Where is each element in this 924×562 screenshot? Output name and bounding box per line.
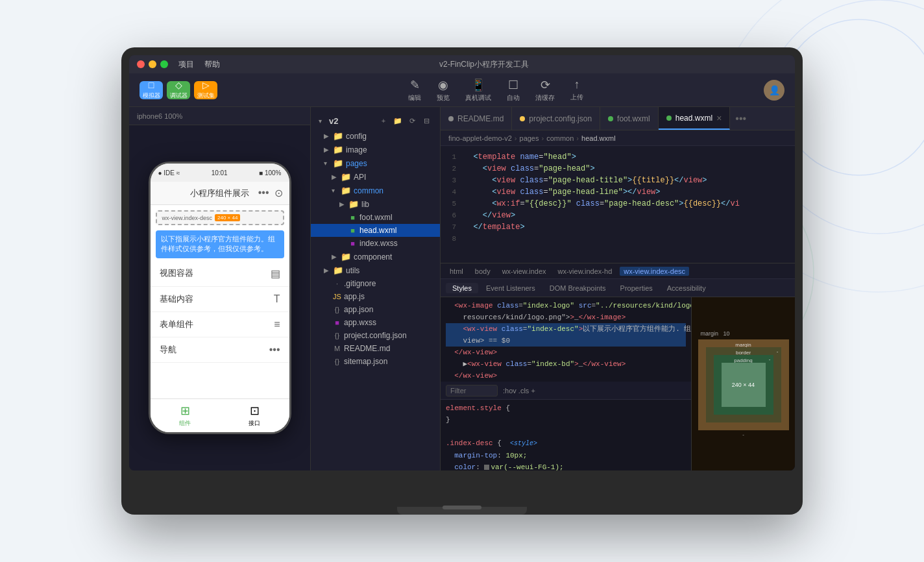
line-num-8: 8 [441,233,464,245]
elem-tab-wx-view-index-hd[interactable]: wx-view.index-hd [554,267,616,276]
tree-item-app-json[interactable]: ▶ {} app.json [311,303,440,316]
css-rule-element: element.style { [446,402,686,414]
tree-item-api[interactable]: ▶ 📁 API [311,170,440,184]
refresh-tree-icon[interactable]: ⟳ [406,115,418,127]
css-filter-bar: :hov .cls + [441,382,691,400]
devtools-tab-accessibility[interactable]: Accessibility [661,283,712,293]
tree-item-gitignore[interactable]: ▶ · .gitignore [311,277,440,290]
tab-dot-project-config [520,116,525,121]
toolbar-center: ✎ 编辑 ◉ 预览 📱 真机调试 ☐ 自动 ⟳ 清缓存 [233,78,759,103]
elem-tab-wx-view-index-desc[interactable]: wx-view.index-desc [620,267,689,276]
tree-root-arrow: ▾ [319,117,325,125]
elem-tab-wx-view-index[interactable]: wx-view.index [498,267,550,276]
css-rule-index-desc: .index-desc { <style> [446,437,686,450]
menu-item-help[interactable]: 帮助 [204,59,220,70]
tree-item-common[interactable]: ▾ 📁 common [311,184,440,197]
clear-cache-label: 清缓存 [535,93,555,103]
tree-label-head-wxml: head.wxml [359,226,396,235]
bottom-panel: html body wx-view.index wx-view.index-hd… [441,263,795,470]
clear-cache-icon: ⟳ [541,78,550,92]
css-pseudo-btn[interactable]: :hov .cls + [503,387,535,395]
tree-item-utils[interactable]: ▶ 📁 utils [311,263,440,277]
auto-action[interactable]: ☐ 自动 [507,78,520,103]
list-item-basic: 基础内容 T [151,287,289,312]
tree-item-app-wxss[interactable]: ▶ ■ app.wxss [311,316,440,329]
code-editor[interactable]: 1 <template name="head"> 2 <view class="… [441,146,795,263]
code-line-5: 5 <wx:if="{{desc}}" class="page-head-des… [441,198,795,210]
tree-item-foot-wxml[interactable]: ▶ ■ foot.wxml [311,211,440,224]
list-label-views: 视图容器 [160,267,193,279]
tab-readme[interactable]: README.md [441,107,512,130]
tree-item-config[interactable]: ▶ 📁 config [311,129,440,143]
tree-label-app-js: app.js [344,292,365,301]
new-file-icon[interactable]: + [378,115,389,127]
tree-item-lib[interactable]: ▶ 📁 lib [311,197,440,211]
file-icon-index-wxss: ■ [348,239,357,247]
tab-more-btn[interactable]: ••• [730,107,751,130]
devtools-tab-event-listeners[interactable]: Event Listeners [480,283,542,293]
tree-item-image[interactable]: ▶ 📁 image [311,143,440,156]
tab-project-config[interactable]: project.config.json [512,107,600,130]
clear-cache-action[interactable]: ⟳ 清缓存 [535,78,555,103]
html-line-7: </wx-view> [446,370,686,382]
tree-item-app-js[interactable]: ▶ JS app.js [311,290,440,303]
tree-item-index-wxss[interactable]: ▶ ■ index.wxss [311,237,440,250]
phone-content: wx-view.index-desc 240 × 44 以下指展示小程序官方组件… [151,205,289,398]
menu-item-project[interactable]: 项目 [178,59,194,70]
tree-item-pages[interactable]: ▾ 📁 pages [311,156,440,170]
css-filter-input[interactable] [446,385,498,397]
device-debug-action[interactable]: 📱 真机调试 [465,78,491,103]
highlight-label: wx-view.index-desc 240 × 44 [162,214,278,221]
element-breadcrumb: html body wx-view.index wx-view.index-hd… [441,263,795,279]
edit-action[interactable]: ✎ 编辑 [408,78,421,103]
new-folder-icon[interactable]: 📁 [392,115,404,127]
close-btn[interactable] [137,60,145,68]
laptop-notch [443,506,481,509]
tree-item-sitemap[interactable]: ▶ {} sitemap.json [311,355,440,368]
tab-foot-wxml[interactable]: foot.wxml [600,107,659,130]
settings-icon[interactable]: ⊙ [274,187,283,199]
minimize-btn[interactable] [149,60,156,68]
nav-api[interactable]: ⊡ 接口 [220,399,289,432]
devtools-tab-dom-breakpoints[interactable]: DOM Breakpoints [543,283,613,293]
tree-item-project-config[interactable]: ▶ {} project.config.json [311,329,440,342]
breadcrumb-sep-3: › [576,134,579,142]
box-model: margin border - padding - [698,339,789,430]
preview-action[interactable]: ◉ 预览 [437,78,450,103]
device-frame: ● IDE ≈ 10:01 ■ 100% 小程序组件展示 ••• ⊙ [129,125,310,470]
more-icon[interactable]: ••• [258,187,269,199]
tree-item-head-wxml[interactable]: ▶ ■ head.wxml [311,224,440,237]
tab-close-head-wxml[interactable]: × [716,113,722,123]
devtools-tab-styles[interactable]: Styles [446,283,478,293]
line-num-2: 2 [441,163,464,175]
tree-item-readme[interactable]: ▶ M README.md [311,342,440,355]
elem-tab-body[interactable]: body [471,267,494,276]
tree-arrow-common: ▾ [332,187,338,194]
html-line-2: resources/kind/logo.png">>_</wx-image> [446,312,686,323]
device-debug-icon: 📱 [471,78,485,92]
code-line-3: 3 <view class="page-head-title">{{title}… [441,175,795,186]
testset-btn[interactable]: ▷ 测试集 [194,81,217,99]
user-avatar[interactable]: 👤 [764,80,784,101]
app-title: v2-FinClip小程序开发工具 [230,59,738,70]
selected-text: 以下指展示小程序官方组件能力。组件样式仅供参考，但我仅供参考。 [156,230,284,258]
tab-dot-head-wxml [666,116,672,121]
debugger-btn[interactable]: ◇ 调试器 [167,81,190,99]
folder-icon-image: 📁 [333,145,343,154]
line-content-1: <template name="head"> [464,151,576,163]
elem-tab-html[interactable]: html [446,267,467,276]
nav-components[interactable]: ⊞ 组件 [151,399,220,432]
simulator-btn[interactable]: □ 模拟器 [140,81,163,99]
tab-head-wxml[interactable]: head.wxml × [659,107,731,130]
list-icon-nav: ••• [269,344,280,356]
breadcrumb-bar: fino-applet-demo-v2 › pages › common › h… [441,130,795,146]
line-content-6: </view> [464,210,515,221]
upload-action[interactable]: ↑ 上传 [570,78,583,103]
collapse-tree-icon[interactable]: ⊟ [420,115,432,127]
tree-item-component[interactable]: ▶ 📁 component [311,250,440,263]
css-rule-blank-1 [446,426,686,437]
html-line-6: ▶<wx-view class="index-bd">_</wx-view> [446,358,686,370]
maximize-btn[interactable] [160,60,168,68]
code-line-1: 1 <template name="head"> [441,151,795,163]
devtools-tab-properties[interactable]: Properties [614,283,659,293]
